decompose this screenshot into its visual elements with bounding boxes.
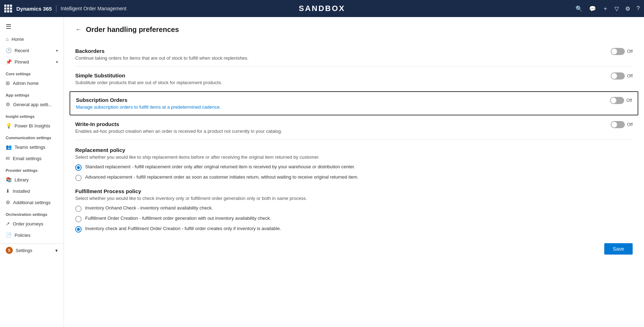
help-icon[interactable]: ? bbox=[637, 5, 640, 12]
sidebar-policies-label: Policies bbox=[15, 233, 31, 238]
module-name: Intelligent Order Management bbox=[61, 6, 126, 11]
core-settings-header: Core settings bbox=[0, 67, 64, 77]
sidebar-settings-label: Settings bbox=[16, 248, 32, 253]
page-header: ← Order handling preferences bbox=[75, 26, 633, 34]
sidebar-email-label: Email settings bbox=[13, 156, 42, 161]
hamburger-menu[interactable]: ☰ bbox=[0, 20, 64, 33]
provider-settings-header: Provider settings bbox=[0, 164, 64, 174]
sandbox-label: SANDBOX bbox=[299, 4, 345, 13]
fulfillment-order-creation-radio[interactable] bbox=[75, 216, 82, 222]
replacement-policy-desc: Select whether you would like to ship re… bbox=[75, 154, 633, 160]
chevron-up-icon: ▾ bbox=[55, 248, 58, 253]
sidebar-item-additional[interactable]: ⚙ Additional settings bbox=[0, 197, 64, 208]
sidebar-item-general-app[interactable]: ⚙ General app setti... bbox=[0, 99, 64, 110]
installed-icon: ⬇ bbox=[6, 188, 10, 194]
subscription-orders-desc: Manage subscription orders to fulfill it… bbox=[76, 104, 603, 110]
replacement-standard-option: Standard replacement - fulfill replaceme… bbox=[75, 164, 633, 171]
fulfillment-policy-title: Fulfillment Process policy bbox=[75, 188, 633, 194]
home-icon: ⌂ bbox=[6, 36, 9, 42]
subscription-orders-toggle[interactable] bbox=[610, 97, 624, 104]
backorders-toggle[interactable] bbox=[611, 48, 625, 55]
sidebar-installed-label: Installed bbox=[13, 189, 30, 194]
sidebar-order-journeys-label: Order journeys bbox=[13, 221, 43, 227]
nav-divider bbox=[56, 5, 56, 12]
brand-name[interactable]: Dynamics 365 bbox=[16, 6, 52, 12]
write-in-products-desc: Enables ad-hoc product creation when an … bbox=[75, 129, 604, 134]
sidebar: ☰ ⌂ Home 🕐 Recent ▾ 📌 Pinned ▾ Core sett… bbox=[0, 17, 64, 327]
settings-icon[interactable]: ⚙ bbox=[625, 5, 630, 12]
fulfillment-order-creation-label: Fulfillment Order Creation - fulfillment… bbox=[85, 216, 271, 221]
back-button[interactable]: ← bbox=[75, 26, 82, 33]
library-icon: 📚 bbox=[6, 177, 12, 182]
subscription-orders-toggle-group: Off bbox=[610, 97, 632, 104]
additional-icon: ⚙ bbox=[6, 200, 10, 205]
sidebar-item-email[interactable]: ✉ Email settings bbox=[0, 153, 64, 164]
write-in-products-name: Write-In products bbox=[75, 121, 604, 127]
sidebar-item-pinned[interactable]: 📌 Pinned ▾ bbox=[0, 56, 64, 67]
write-in-products-toggle[interactable] bbox=[611, 121, 625, 128]
replacement-advanced-radio[interactable] bbox=[75, 175, 82, 181]
comm-settings-header: Communication settings bbox=[0, 131, 64, 141]
fulfillment-inventory-check-label: Inventory Onhand Check - inventory onhan… bbox=[85, 205, 213, 211]
sidebar-item-policies[interactable]: 📄 Policies bbox=[0, 229, 64, 241]
backorders-setting: Backorders Continue taking orders for it… bbox=[75, 42, 633, 67]
app-launcher-icon[interactable] bbox=[4, 5, 12, 12]
chat-icon[interactable]: 💬 bbox=[589, 5, 596, 12]
fulfillment-both-label: Inventory check and Fulfillment Order Cr… bbox=[85, 226, 281, 231]
search-icon[interactable]: 🔍 bbox=[576, 5, 583, 12]
app-settings-header: App settings bbox=[0, 89, 64, 99]
sidebar-item-installed[interactable]: ⬇ Installed bbox=[0, 185, 64, 197]
sidebar-item-admin-home[interactable]: ⊞ Admin home bbox=[0, 77, 64, 89]
sidebar-item-teams[interactable]: 👥 Teams settings bbox=[0, 141, 64, 153]
sidebar-item-library[interactable]: 📚 Library bbox=[0, 174, 64, 185]
sidebar-item-order-journeys[interactable]: ↗ Order journeys bbox=[0, 218, 64, 229]
replacement-standard-radio[interactable] bbox=[75, 164, 82, 171]
save-button-container: Save bbox=[75, 236, 633, 258]
write-in-products-toggle-label: Off bbox=[627, 122, 633, 127]
sidebar-item-home[interactable]: ⌂ Home bbox=[0, 33, 64, 45]
sidebar-item-power-bi[interactable]: 💡 Power Bi Insights bbox=[0, 120, 64, 131]
simple-substitution-toggle-group: Off bbox=[611, 72, 633, 80]
add-icon[interactable]: ＋ bbox=[602, 5, 608, 12]
simple-substitution-name: Simple Substitution bbox=[75, 72, 604, 78]
simple-substitution-toggle-label: Off bbox=[627, 73, 633, 78]
pin-icon: 📌 bbox=[6, 59, 12, 65]
chevron-down-icon: ▾ bbox=[56, 49, 58, 53]
write-in-products-setting: Write-In products Enables ad-hoc product… bbox=[75, 115, 633, 140]
insight-icon: 💡 bbox=[6, 123, 12, 129]
write-in-products-toggle-group: Off bbox=[611, 121, 633, 128]
fulfillment-both-option: Inventory check and Fulfillment Order Cr… bbox=[75, 226, 633, 233]
sidebar-item-recent[interactable]: 🕐 Recent ▾ bbox=[0, 45, 64, 56]
fulfillment-both-radio[interactable] bbox=[75, 226, 82, 233]
sidebar-recent-label: Recent bbox=[15, 48, 29, 53]
backorders-info: Backorders Continue taking orders for it… bbox=[75, 48, 604, 61]
orchestration-settings-header: Orchestration settings bbox=[0, 208, 64, 218]
fulfillment-order-creation-option: Fulfillment Order Creation - fulfillment… bbox=[75, 216, 633, 222]
main-content: ← Order handling preferences Backorders … bbox=[64, 17, 644, 327]
journey-icon: ↗ bbox=[6, 221, 10, 227]
save-button[interactable]: Save bbox=[604, 243, 633, 255]
fulfillment-policy-desc: Select whether you would like to check i… bbox=[75, 196, 633, 201]
sidebar-admin-home-label: Admin home bbox=[13, 81, 39, 86]
filter-icon[interactable]: ▽ bbox=[615, 5, 619, 12]
email-icon: ✉ bbox=[6, 156, 10, 161]
top-nav: Dynamics 365 Intelligent Order Managemen… bbox=[0, 0, 644, 17]
subscription-orders-toggle-label: Off bbox=[626, 98, 632, 103]
replacement-standard-label: Standard replacement - fulfill replaceme… bbox=[85, 164, 355, 169]
sidebar-item-settings[interactable]: S Settings ▾ bbox=[0, 244, 64, 257]
recent-icon: 🕐 bbox=[6, 48, 12, 53]
nav-icons: 🔍 💬 ＋ ▽ ⚙ ? bbox=[576, 5, 640, 12]
subscription-orders-info: Subscription Orders Manage subscription … bbox=[76, 97, 603, 110]
simple-substitution-setting: Simple Substitution Substitute order pro… bbox=[75, 67, 633, 91]
sidebar-power-bi-label: Power Bi Insights bbox=[15, 123, 50, 129]
sidebar-additional-label: Additional settings bbox=[13, 200, 51, 205]
fulfillment-inventory-check-radio[interactable] bbox=[75, 206, 82, 212]
page-title: Order handling preferences bbox=[86, 26, 179, 34]
simple-substitution-toggle[interactable] bbox=[611, 72, 625, 80]
sidebar-teams-label: Teams settings bbox=[15, 145, 45, 150]
write-in-products-info: Write-In products Enables ad-hoc product… bbox=[75, 121, 604, 134]
sidebar-pinned-label: Pinned bbox=[15, 59, 29, 65]
replacement-advanced-label: Advanced replacement - fulfill replaceme… bbox=[85, 174, 358, 180]
gear-icon: ⚙ bbox=[6, 102, 10, 107]
replacement-advanced-option: Advanced replacement - fulfill replaceme… bbox=[75, 174, 633, 181]
